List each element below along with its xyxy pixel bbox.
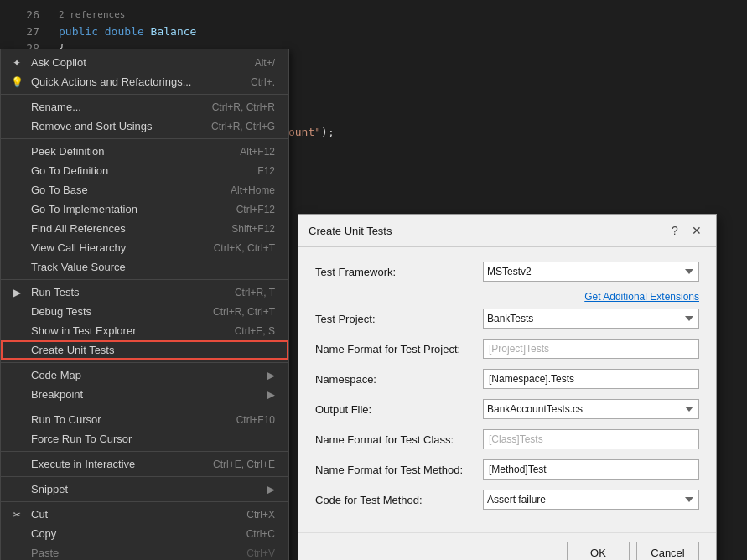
shortcut-execute-interactive: Ctrl+E, Ctrl+E <box>213 459 275 470</box>
create-unit-tests-dialog: Create Unit Tests ? ✕ Test Framework: MS… <box>298 214 717 560</box>
quick-actions-icon: 💡 <box>9 75 24 90</box>
shortcut-goto-def: F12 <box>257 165 275 177</box>
control-name-format-class <box>483 429 699 449</box>
shortcut-rename: Ctrl+R, Ctrl+R <box>212 101 275 113</box>
label-name-format-class: Name Format for Test Class: <box>315 433 483 446</box>
menu-label-remove-sort: Remove and Sort Usings <box>31 120 198 132</box>
form-row-code-test-method: Code for Test Method: Assert failure <box>315 489 699 511</box>
menu-item-force-run[interactable]: Force Run To Cursor <box>1 429 288 449</box>
test-explorer-icon <box>9 324 24 339</box>
menu-item-track-value[interactable]: Track Value Source <box>1 257 288 277</box>
select-test-framework[interactable]: MSTestv2 <box>483 262 699 282</box>
menu-item-snippet[interactable]: Snippet ▶ <box>1 480 288 499</box>
input-name-format-class[interactable] <box>483 429 699 449</box>
sep1 <box>1 94 288 95</box>
goto-base-icon <box>9 183 24 198</box>
force-run-icon <box>9 432 24 447</box>
dialog-help-button[interactable]: ? <box>666 221 684 240</box>
menu-label-code-map: Code Map <box>31 369 263 381</box>
menu-label-rename: Rename... <box>31 101 199 113</box>
menu-label-create-unit-tests: Create Unit Tests <box>31 344 275 356</box>
menu-item-copy[interactable]: Copy Ctrl+C <box>1 524 288 543</box>
input-name-format-method[interactable] <box>483 459 699 480</box>
menu-item-remove-sort[interactable]: Remove and Sort Usings Ctrl+R, Ctrl+G <box>1 117 288 136</box>
menu-item-find-refs[interactable]: Find All References Shift+F12 <box>1 219 288 238</box>
form-row-output-file: Output File: BankAccountTests.cs <box>315 398 699 420</box>
get-additional-extensions-link[interactable]: Get Additional Extensions <box>315 291 699 303</box>
form-row-test-project: Test Project: BankTests <box>315 308 699 329</box>
shortcut-call-hierarchy: Ctrl+K, Ctrl+T <box>214 242 275 254</box>
select-test-project[interactable]: BankTests <box>483 309 699 329</box>
label-test-project: Test Project: <box>315 313 483 325</box>
menu-item-call-hierarchy[interactable]: View Call Hierarchy Ctrl+K, Ctrl+T <box>1 238 288 257</box>
snippet-icon <box>9 482 24 497</box>
find-refs-icon <box>9 221 24 236</box>
control-test-framework: MSTestv2 <box>483 262 699 282</box>
shortcut-run-to-cursor: Ctrl+F10 <box>236 414 275 426</box>
cut-icon: ✂ <box>9 507 24 522</box>
menu-item-goto-def[interactable]: Go To Definition F12 <box>1 161 288 180</box>
context-menu: ✦ Ask Copilot Alt+/ 💡 Quick Actions and … <box>0 49 289 560</box>
label-test-framework: Test Framework: <box>315 266 483 278</box>
menu-item-run-to-cursor[interactable]: Run To Cursor Ctrl+F10 <box>1 410 288 429</box>
paste-icon <box>9 546 24 561</box>
label-namespace: Namespace: <box>315 373 483 386</box>
breakpoint-icon <box>9 387 24 402</box>
select-output-file[interactable]: BankAccountTests.cs <box>483 399 699 419</box>
dialog-content: Test Framework: MSTestv2 Get Additional … <box>298 247 716 532</box>
menu-label-peek: Peek Definition <box>31 145 226 158</box>
form-row-name-format-method: Name Format for Test Method: <box>315 459 699 480</box>
menu-item-code-map[interactable]: Code Map ▶ <box>1 366 288 385</box>
input-name-format-project[interactable] <box>483 339 699 359</box>
form-row-name-format-project: Name Format for Test Project: <box>315 338 699 360</box>
dialog-titlebar: Create Unit Tests ? ✕ <box>298 215 716 247</box>
menu-item-quick-actions[interactable]: 💡 Quick Actions and Refactorings... Ctrl… <box>1 72 288 91</box>
menu-item-run-tests[interactable]: ▶ Run Tests Ctrl+R, T <box>1 283 288 302</box>
menu-item-create-unit-tests[interactable]: Create Unit Tests ➜ <box>1 340 288 360</box>
control-name-format-project <box>483 339 699 359</box>
sep6 <box>1 451 288 452</box>
menu-item-show-test-explorer[interactable]: Show in Test Explorer Ctrl+E, S <box>1 321 288 340</box>
menu-item-paste[interactable]: Paste Ctrl+V <box>1 543 288 560</box>
label-code-test-method: Code for Test Method: <box>315 494 483 506</box>
control-code-test-method: Assert failure <box>483 490 699 510</box>
sep5 <box>1 407 288 407</box>
menu-label-copy: Copy <box>31 527 233 540</box>
shortcut-run-tests: Ctrl+R, T <box>235 287 275 298</box>
input-namespace[interactable] <box>483 369 699 389</box>
menu-label-run-tests: Run Tests <box>31 286 221 298</box>
copilot-icon: ✦ <box>9 55 24 70</box>
cancel-button[interactable]: Cancel <box>636 542 699 560</box>
sep7 <box>1 476 288 477</box>
code-map-icon <box>9 368 24 383</box>
menu-label-debug-tests: Debug Tests <box>31 305 200 318</box>
dialog-close-button[interactable]: ✕ <box>687 221 706 240</box>
sep2 <box>1 138 288 139</box>
menu-item-rename[interactable]: Rename... Ctrl+R, Ctrl+R <box>1 97 288 117</box>
menu-label-snippet: Snippet <box>31 483 263 495</box>
run-tests-icon: ▶ <box>9 285 24 300</box>
menu-item-goto-base[interactable]: Go To Base Alt+Home <box>1 180 288 200</box>
menu-item-goto-impl[interactable]: Go To Implementation Ctrl+F12 <box>1 200 288 219</box>
menu-item-execute-interactive[interactable]: Execute in Interactive Ctrl+E, Ctrl+E <box>1 454 288 474</box>
rename-icon <box>9 100 24 115</box>
select-code-test-method[interactable]: Assert failure <box>483 490 699 510</box>
menu-item-peek-definition[interactable]: Peek Definition Alt+F12 <box>1 142 288 161</box>
goto-impl-icon <box>9 202 24 217</box>
shortcut-copy: Ctrl+C <box>246 528 275 540</box>
menu-item-breakpoint[interactable]: Breakpoint ▶ <box>1 385 288 404</box>
menu-label-cut: Cut <box>31 508 233 521</box>
ok-button[interactable]: OK <box>567 542 630 560</box>
debug-tests-icon <box>9 304 24 319</box>
label-name-format-method: Name Format for Test Method: <box>315 464 483 476</box>
menu-item-debug-tests[interactable]: Debug Tests Ctrl+R, Ctrl+T <box>1 302 288 321</box>
shortcut-debug-tests: Ctrl+R, Ctrl+T <box>213 306 275 318</box>
create-unit-tests-icon <box>9 343 24 358</box>
menu-item-ask-copilot[interactable]: ✦ Ask Copilot Alt+/ <box>1 53 288 72</box>
menu-label-goto-base: Go To Base <box>31 184 217 196</box>
control-namespace <box>483 369 699 389</box>
menu-item-cut[interactable]: ✂ Cut Ctrl+X <box>1 505 288 524</box>
snippet-submenu-arrow: ▶ <box>267 483 275 495</box>
menu-label-quick-actions: Quick Actions and Refactorings... <box>31 75 237 88</box>
control-output-file: BankAccountTests.cs <box>483 399 699 419</box>
